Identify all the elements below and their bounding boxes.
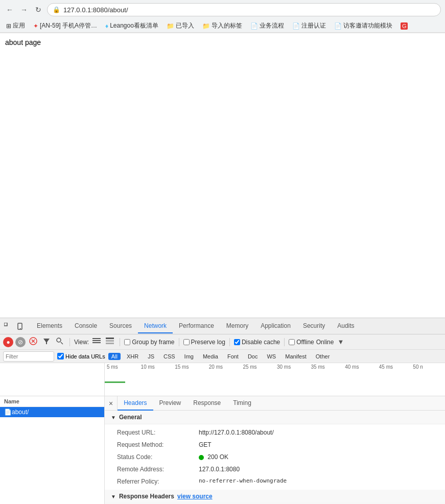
filter-tag-img[interactable]: Img [181,353,197,360]
bookmark-leangoo[interactable]: ♦ Leangoo看板清单 [103,20,160,31]
bookmark-visitor-label: 访客邀请功能模块 [343,21,392,30]
detail-tab-preview[interactable]: Preview [153,396,188,411]
view-label: View: [74,339,89,346]
hide-data-urls-checkbox[interactable] [57,353,64,359]
response-headers-section-header[interactable]: ▼ Response Headers view source [105,490,445,503]
filter-tag-other[interactable]: Other [313,353,333,360]
svg-rect-13 [106,340,114,342]
toggle-device-toolbar-button[interactable] [15,321,27,332]
tab-performance[interactable]: Performance [173,319,220,333]
close-detail-button[interactable]: × [105,396,118,411]
bookmark-an59-label: [AN-59] 手机A停管… [40,21,97,30]
filter-tag-manifest[interactable]: Manifest [282,353,310,360]
file-row-icon: 📄 [4,409,12,416]
bookmark-visitor[interactable]: 📄 访客邀请功能模块 [332,20,394,31]
tab-elements[interactable]: Elements [31,319,68,333]
imported-tags-icon: 📁 [202,22,210,30]
timeline-left-spacer [0,363,105,396]
bookmark-an59[interactable]: ✦ [AN-59] 手机A停管… [31,20,99,31]
filter-tag-css[interactable]: CSS [160,353,178,360]
bookmark-apps[interactable]: ⊞ 应用 [4,20,27,31]
biz-flow-icon: 📄 [250,22,258,30]
tab-sources[interactable]: Sources [103,319,138,333]
filter-tag-js[interactable]: JS [145,353,157,360]
separator-1 [69,338,70,346]
disable-cache-checkbox[interactable] [234,339,240,345]
preserve-log-checkbox[interactable] [183,339,190,345]
bookmark-leangoo-label: Leangoo看板清单 [110,21,158,30]
svg-line-8 [61,342,63,344]
refresh-button[interactable]: ↻ [33,4,44,15]
status-green-dot [199,455,204,460]
filter-button[interactable] [41,337,52,347]
search-button[interactable] [54,337,65,347]
timeline-label-25ms: 25 ms [241,363,275,371]
apps-icon: ⊞ [6,22,11,30]
bookmark-imported-tags[interactable]: 📁 导入的标签 [200,20,244,31]
bookmark-imported[interactable]: 📁 已导入 [165,20,196,31]
svg-rect-14 [106,343,114,344]
svg-rect-10 [92,340,101,341]
offline-checkbox[interactable] [289,339,295,345]
url-text: 127.0.0.1:8080/about/ [63,6,128,14]
extra-icon: G [401,22,408,30]
offline-label: Offline [289,339,314,346]
offline-text: Offline [296,339,314,346]
bookmark-biz-flow[interactable]: 📄 业务流程 [248,20,286,31]
online-text: Online [316,339,334,346]
throttle-dropdown[interactable]: ▼ [336,338,345,346]
tab-audits[interactable]: Audits [331,319,360,333]
detail-tab-timing[interactable]: Timing [227,396,257,411]
address-bar[interactable]: 🔒 127.0.0.1:8080/about/ [47,3,441,16]
disable-cache-text: Disable cache [242,339,280,346]
detail-tab-headers[interactable]: Headers [118,396,153,411]
bookmark-extra[interactable]: G [399,21,410,31]
general-arrow-icon: ▼ [111,415,116,420]
svg-rect-2 [20,328,21,329]
file-row[interactable]: 📄 about/ [0,407,104,417]
group-by-frame-checkbox[interactable] [124,339,130,345]
filter-tag-ws[interactable]: WS [264,353,279,360]
timeline-label-10ms: 10 ms [139,363,173,371]
detail-tab-response[interactable]: Response [187,396,227,411]
request-method-key: Request Method: [117,440,199,449]
separator-5 [284,338,285,346]
svg-rect-11 [92,342,101,343]
page-content: about page [0,33,445,318]
separator-2 [120,338,120,346]
general-section-label: General [119,414,142,421]
bookmark-biz-flow-label: 业务流程 [260,21,284,30]
tab-memory[interactable]: Memory [220,319,254,333]
bookmark-reg-auth[interactable]: 📄 注册认证 [290,20,328,31]
forward-button[interactable]: → [18,4,30,15]
filter-tag-all[interactable]: All [108,353,121,360]
preserve-log-label: Preserve log [183,339,225,346]
timeline-label-20ms: 20 ms [207,363,241,371]
general-section-header[interactable]: ▼ General [105,411,445,424]
tab-console[interactable]: Console [68,319,103,333]
filter-tag-xhr[interactable]: XHR [124,353,142,360]
filter-tag-doc[interactable]: Doc [245,353,261,360]
lock-icon: 🔒 [53,6,60,13]
hide-data-urls-label: Hide data URLs [57,353,105,359]
clear-button[interactable] [28,337,39,347]
tab-security[interactable]: Security [297,319,331,333]
record-button[interactable]: ● [3,337,13,347]
filter-tag-font[interactable]: Font [224,353,242,360]
tab-application[interactable]: Application [254,319,297,333]
disable-cache-label: Disable cache [234,339,280,346]
tab-network[interactable]: Network [138,319,173,333]
view-source-response-button[interactable]: view source [177,493,213,500]
list-view-button[interactable] [91,338,102,346]
detail-tabs: × Headers Preview Response Timing [105,396,445,411]
back-button[interactable]: ← [4,4,15,15]
inspect-element-button[interactable] [2,321,13,332]
timeline-request-bar [105,381,125,383]
devtools-tabs: Elements Console Sources Network Perform… [0,318,445,334]
filter-tag-media[interactable]: Media [200,353,221,360]
stop-button[interactable]: ⊘ [15,337,26,347]
bookmark-imported-tags-label: 导入的标签 [212,21,242,30]
large-rows-button[interactable] [104,338,115,346]
file-list-header: Name [0,396,104,407]
filter-input[interactable] [3,351,54,362]
